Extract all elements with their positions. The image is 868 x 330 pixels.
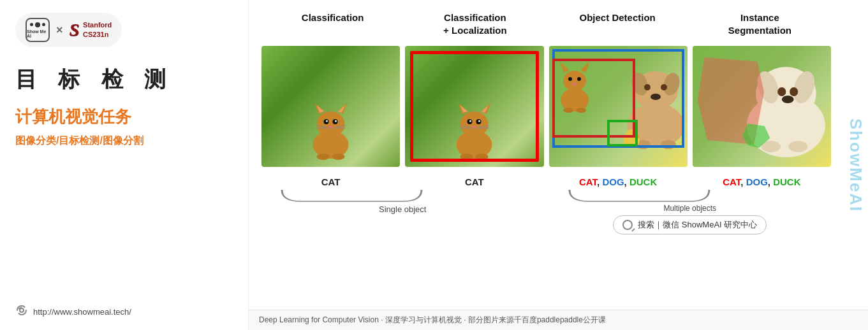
svg-point-62 xyxy=(782,96,794,103)
footer-text: Deep Learning for Computer Vision · 深度学习… xyxy=(259,315,606,326)
search-text: 搜索｜微信 ShowMeAI 研究中心 xyxy=(638,219,757,231)
link-icon xyxy=(15,304,28,320)
times-icon: × xyxy=(56,24,63,37)
svg-point-61 xyxy=(790,87,798,96)
right-panel: ShowMeAI Classification Classification+ … xyxy=(249,0,868,330)
brace-single-svg xyxy=(276,189,529,203)
detection-image xyxy=(549,46,688,167)
detect-cat-label: CAT xyxy=(579,176,597,187)
logo-box: Show Me Al xyxy=(26,18,50,42)
svg-point-0 xyxy=(20,308,24,312)
detect-duck-label: DUCK xyxy=(629,176,657,187)
search-bar[interactable]: 搜索｜微信 ShowMeAI 研究中心 xyxy=(613,215,767,234)
cat-image-1 xyxy=(261,46,400,167)
red-bounding-box xyxy=(410,51,538,162)
image-segmentation xyxy=(693,43,831,170)
col-header-detection: Object Detection xyxy=(547,11,689,36)
col-header-classification: Classification xyxy=(261,11,404,36)
brace-multiple-group: Multiple objects 搜索｜微信 ShowMeAI 研究中心 xyxy=(549,189,832,234)
url-text: http://www.showmeai.tech/ xyxy=(33,307,131,317)
footer-bar: Deep Learning for Computer Vision · 深度学习… xyxy=(249,310,868,330)
labels-row: CAT CAT CAT, DOG, DUCK CAT, DOG, DUCK xyxy=(261,176,855,187)
cat-image-2 xyxy=(405,46,543,167)
page-title: 目 标 检 测 xyxy=(15,65,233,94)
column-headers: Classification Classification+ Localizat… xyxy=(261,11,855,36)
svg-point-9 xyxy=(326,120,328,122)
subtitle-main: 计算机视觉任务 xyxy=(15,106,233,128)
url-row: http://www.showmeai.tech/ xyxy=(15,304,233,320)
svg-point-2 xyxy=(316,111,344,137)
brace-multiple-label: Multiple objects xyxy=(663,204,716,213)
seg-dog-label: DOG xyxy=(746,176,768,187)
brace-single-group: Single object xyxy=(261,189,544,234)
search-icon xyxy=(622,220,633,230)
showmeai-logo: Show Me Al xyxy=(26,18,50,42)
green-detection-box xyxy=(607,120,638,147)
svg-point-11 xyxy=(328,126,332,128)
brace-multiple-svg xyxy=(563,189,817,203)
dot-icon xyxy=(42,23,45,26)
dot-icon xyxy=(35,22,40,27)
svg-point-60 xyxy=(777,87,786,96)
image-localization xyxy=(405,43,543,170)
col-header-localization: Classification+ Localization xyxy=(404,11,546,36)
label-cat-2: CAT xyxy=(405,176,543,187)
svg-point-10 xyxy=(335,120,337,122)
segmentation-image xyxy=(693,46,831,167)
stanford-s-letter: S xyxy=(70,20,80,40)
svg-point-64 xyxy=(788,141,807,152)
subtitle-sub: 图像分类/目标检测/图像分割 xyxy=(15,134,233,148)
image-classification xyxy=(261,43,400,170)
stanford-logo: S Stanford CS231n xyxy=(70,20,112,40)
label-detect: CAT, DOG, DUCK xyxy=(549,176,688,187)
dot-icon xyxy=(30,23,33,26)
showmeai-logo-text: Show Me Al xyxy=(27,29,48,38)
svg-point-17 xyxy=(332,154,344,160)
label-seg: CAT, DOG, DUCK xyxy=(693,176,831,187)
stanford-text: Stanford CS231n xyxy=(83,20,112,40)
images-row xyxy=(261,43,855,170)
col-header-segmentation: InstanceSegmentation xyxy=(689,11,831,36)
image-detection xyxy=(549,43,688,170)
logo-row: Show Me Al × S Stanford CS231n xyxy=(15,13,122,47)
detect-dog-label: DOG xyxy=(602,176,624,187)
seg-duck-label: DUCK xyxy=(773,176,800,187)
brace-row: Single object Multiple objects 搜索｜微信 Sho… xyxy=(261,189,855,234)
left-panel: Show Me Al × S Stanford CS231n 目 标 检 测 计… xyxy=(0,0,249,330)
label-cat-1: CAT xyxy=(261,176,400,187)
svg-point-16 xyxy=(316,154,329,160)
seg-cat-label: CAT xyxy=(723,176,740,187)
brace-single-label: Single object xyxy=(379,204,426,214)
